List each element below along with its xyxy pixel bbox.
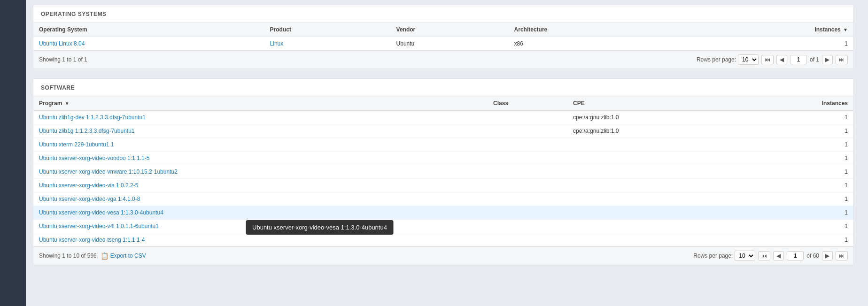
os-vendor-cell: Ubuntu — [396, 40, 415, 47]
sw-instances-cell: 1 — [740, 124, 853, 138]
os-product-link[interactable]: Linux — [270, 40, 284, 47]
sw-showing-text: Showing 1 to 10 of 596 — [39, 252, 97, 259]
sw-instances-cell: 1 — [740, 179, 853, 192]
sw-instances-cell: 1 — [740, 233, 853, 247]
sw-instances-cell: 1 — [740, 192, 853, 206]
sw-cpe-cell — [567, 192, 740, 206]
sw-instances-cell: 1 — [740, 111, 853, 124]
sw-instances-cell: 1 — [740, 152, 853, 165]
os-instances-cell: 1 — [845, 40, 848, 47]
sw-program-link[interactable]: Ubuntu xserver-xorg-video-vmware 1:10.15… — [39, 168, 178, 175]
sw-class-cell — [488, 233, 567, 247]
os-rows-per-page: Rows per page: 10 25 50 — [697, 54, 759, 65]
sw-program-link[interactable]: Ubuntu xterm 229-1ubuntu1.1 — [39, 141, 114, 148]
sw-first-page-btn[interactable]: ⏮ — [758, 251, 770, 260]
sw-pagination-left: Showing 1 to 10 of 596 📋 Export to CSV — [39, 252, 146, 260]
os-col-header-instances: Instances ▼ — [681, 23, 853, 37]
os-arch-cell: x86 — [514, 40, 523, 47]
os-pagination-right: Rows per page: 10 25 50 ⏮ ◀ of 1 ▶ ⏭ — [697, 54, 848, 65]
os-rpp-label: Rows per page: — [697, 56, 736, 63]
os-last-page-btn[interactable]: ⏭ — [836, 55, 848, 64]
sw-class-cell — [488, 152, 567, 165]
sw-program-link[interactable]: Ubuntu zlib1g-dev 1:1.2.3.3.dfsg-7ubuntu… — [39, 114, 146, 121]
sw-program-link[interactable]: Ubuntu xserver-xorg-video-v4l 1:0.1.1-6u… — [39, 223, 159, 230]
sw-class-cell — [488, 206, 567, 220]
sw-of-pages: of 60 — [806, 252, 819, 259]
sw-class-cell — [488, 220, 567, 233]
sw-rows-per-page: Rows per page: 10 25 50 — [693, 251, 755, 261]
sw-next-page-btn[interactable]: ▶ — [822, 251, 833, 260]
sw-program-link[interactable]: Ubuntu xserver-xorg-video-voodoo 1:1.1.1… — [39, 155, 149, 161]
sw-col-header-program[interactable]: Program ▼ — [33, 96, 488, 111]
os-pagination-bar: Showing 1 to 1 of 1 Rows per page: 10 25… — [33, 50, 853, 69]
sw-cpe-cell — [567, 220, 740, 233]
sw-table-row: Ubuntu zlib1g 1:1.2.3.3.dfsg-7ubuntu1cpe… — [33, 124, 853, 138]
sw-cpe-cell — [567, 206, 740, 220]
sw-cpe-cell — [567, 233, 740, 247]
sw-program-link[interactable]: Ubuntu zlib1g 1:1.2.3.3.dfsg-7ubuntu1 — [39, 128, 134, 134]
os-rpp-select[interactable]: 10 25 50 — [738, 54, 759, 65]
sw-class-cell — [488, 124, 567, 138]
sw-table-row: Ubuntu xserver-xorg-video-via 1:0.2.2-51 — [33, 179, 853, 192]
sw-program-link[interactable]: Ubuntu xserver-xorg-video-via 1:0.2.2-5 — [39, 182, 138, 189]
sw-table-row: Ubuntu xserver-xorg-video-tseng 1:1.1.1-… — [33, 233, 853, 247]
sw-rpp-label: Rows per page: — [693, 252, 733, 259]
sw-instances-cell: 1 — [740, 138, 853, 152]
os-page-input[interactable] — [790, 55, 807, 64]
sw-cpe-cell — [567, 138, 740, 152]
os-prev-page-btn[interactable]: ◀ — [776, 55, 787, 64]
software-section: SOFTWARE Program ▼ Class CPE Instances — [33, 78, 854, 265]
software-table: Program ▼ Class CPE Instances Ubuntu zli… — [33, 96, 853, 246]
sw-cpe-cell: cpe:/a:gnu:zlib:1.0 — [567, 124, 740, 138]
sw-table-row: Ubuntu xserver-xorg-video-voodoo 1:1.1.1… — [33, 152, 853, 165]
sw-program-link[interactable]: Ubuntu xserver-xorg-video-vga 1:4.1.0-8 — [39, 196, 140, 202]
sw-table-row: Ubuntu xserver-xorg-video-vesa 1:1.3.0-4… — [33, 206, 853, 220]
sw-program-link[interactable]: Ubuntu xserver-xorg-video-tseng 1:1.1.1-… — [39, 237, 145, 243]
os-col-header-vendor: Vendor — [391, 23, 509, 37]
sw-table-row: Ubuntu xserver-xorg-video-vga 1:4.1.0-81 — [33, 192, 853, 206]
sw-last-page-btn[interactable]: ⏭ — [836, 251, 848, 260]
sw-table-row: Ubuntu xserver-xorg-video-v4l 1:0.1.1-6u… — [33, 220, 853, 233]
os-section-title: OPERATING SYSTEMS — [33, 5, 853, 23]
sw-table-row: Ubuntu xserver-xorg-video-vmware 1:10.15… — [33, 165, 853, 179]
sw-col-header-cpe: CPE — [567, 96, 740, 111]
instances-sort-icon: ▼ — [843, 27, 848, 32]
os-next-page-btn[interactable]: ▶ — [822, 55, 833, 64]
sw-page-input[interactable] — [787, 251, 804, 260]
left-sidebar — [0, 0, 26, 284]
os-col-header-os: Operating System — [33, 23, 264, 37]
sw-cpe-cell: cpe:/a:gnu:zlib:1.0 — [567, 111, 740, 124]
os-pagination-left: Showing 1 to 1 of 1 — [39, 56, 87, 63]
sw-cpe-cell — [567, 165, 740, 179]
sw-prev-page-btn[interactable]: ◀ — [773, 251, 784, 260]
os-first-page-btn[interactable]: ⏮ — [761, 55, 774, 64]
os-col-header-arch: Architecture — [509, 23, 681, 37]
os-section: OPERATING SYSTEMS Operating System Produ… — [33, 5, 854, 69]
os-col-header-product: Product — [264, 23, 391, 37]
sw-instances-cell: 1 — [740, 165, 853, 179]
program-tooltip: Ubuntu xserver-xorg-video-vesa 1:1.3.0-4… — [246, 220, 394, 235]
main-content: OPERATING SYSTEMS Operating System Produ… — [0, 0, 868, 284]
os-table: Operating System Product Vendor Architec… — [33, 23, 853, 50]
sw-col-header-class: Class — [488, 96, 567, 111]
sw-col-header-instances: Instances — [740, 96, 853, 111]
sw-table-row: Ubuntu xterm 229-1ubuntu1.11 — [33, 138, 853, 152]
sw-program-link[interactable]: Ubuntu xserver-xorg-video-vesa 1:1.3.0-4… — [39, 209, 163, 216]
sw-cpe-cell — [567, 152, 740, 165]
sw-rpp-select[interactable]: 10 25 50 — [735, 251, 755, 261]
sw-class-cell — [488, 192, 567, 206]
os-of-pages: of 1 — [810, 56, 819, 63]
sw-class-cell — [488, 165, 567, 179]
sw-class-cell — [488, 179, 567, 192]
os-program-link[interactable]: Ubuntu Linux 8.04 — [39, 40, 85, 47]
export-csv-label: Export to CSV — [110, 252, 146, 259]
export-csv-link[interactable]: 📋 Export to CSV — [101, 252, 146, 260]
sw-table-row: Ubuntu zlib1g-dev 1:1.2.3.3.dfsg-7ubuntu… — [33, 111, 853, 124]
sw-pagination-right: Rows per page: 10 25 50 ⏮ ◀ of 60 ▶ ⏭ — [693, 251, 848, 261]
sw-cpe-cell — [567, 179, 740, 192]
export-icon: 📋 — [101, 252, 108, 260]
software-section-title: SOFTWARE — [33, 79, 853, 96]
sw-instances-cell: 1 — [740, 206, 853, 220]
os-table-row: Ubuntu Linux 8.04LinuxUbuntux861 — [33, 37, 853, 51]
sw-class-cell — [488, 138, 567, 152]
